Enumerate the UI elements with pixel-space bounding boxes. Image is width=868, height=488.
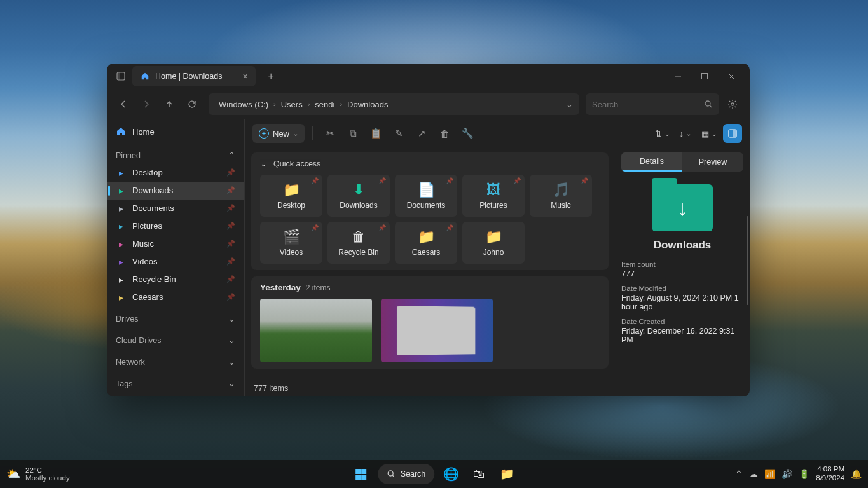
file-thumbnail[interactable] [260, 299, 372, 362]
pin-icon[interactable]: 📌 [226, 275, 235, 283]
details-value: Friday, August 9, 2024 2:10 PM 1 hour ag… [621, 294, 743, 311]
sidebar-item-music[interactable]: ▸ Music 📌 [107, 235, 244, 253]
clock[interactable]: 4:08 PM 8/9/2024 [816, 465, 844, 483]
maximize-button[interactable] [691, 66, 718, 86]
crumb-0[interactable]: Windows (C:) [215, 98, 272, 111]
sidebar-item-caesars[interactable]: ▸ Caesars 📌 [107, 288, 244, 306]
weather-widget[interactable]: ⛅ 22°C Mostly cloudy [6, 466, 70, 482]
chevron-down-icon[interactable]: ⌄ [260, 159, 267, 168]
pin-icon[interactable]: 📌 [226, 168, 235, 177]
sidebar-item-downloads[interactable]: ▸ Downloads 📌 [107, 182, 244, 200]
quick-access-downloads[interactable]: 📌⬇ Downloads [327, 175, 390, 217]
group-button[interactable]: ↕ ⌄ [676, 124, 696, 143]
tray-chevron-icon[interactable]: ⌃ [735, 469, 743, 479]
preview-tab[interactable]: Preview [682, 152, 743, 172]
folder-icon: ▸ [116, 168, 126, 178]
notifications-icon[interactable]: 🔔 [851, 469, 862, 479]
pin-icon[interactable]: 📌 [226, 204, 235, 212]
crumb-3[interactable]: Downloads [343, 98, 392, 111]
rename-button[interactable]: ✎ [389, 124, 408, 143]
wifi-icon[interactable]: 📶 [764, 469, 775, 479]
sidebar-item-videos[interactable]: ▸ Videos 📌 [107, 253, 244, 271]
sort-button[interactable]: ⇅ ⌄ [651, 124, 673, 143]
refresh-button[interactable] [182, 94, 202, 114]
crumb-2[interactable]: sendi [311, 98, 338, 111]
sidebar-home[interactable]: Home [107, 123, 244, 140]
taskbar-app-store[interactable]: 🛍 [467, 463, 490, 485]
file-thumbnail[interactable] [381, 299, 493, 362]
sidebar-section-drives[interactable]: Drives⌄ [107, 310, 244, 328]
close-window-button[interactable] [718, 66, 745, 86]
tab-actions-icon[interactable] [112, 67, 130, 85]
battery-icon[interactable]: 🔋 [799, 469, 809, 479]
pin-icon[interactable]: 📌 [226, 240, 235, 248]
sidebar-item-documents[interactable]: ▸ Documents 📌 [107, 200, 244, 217]
folder-icon: ▸ [116, 257, 126, 267]
new-button[interactable]: + New ⌄ [252, 124, 305, 143]
pin-icon[interactable]: 📌 [311, 224, 319, 231]
paste-button[interactable]: 📋 [366, 124, 385, 143]
breadcrumb[interactable]: Windows (C:)› Users› sendi› Downloads ⌄ [209, 93, 579, 115]
new-tab-button[interactable]: + [263, 68, 279, 85]
search-input[interactable] [592, 100, 704, 109]
taskbar-app-edge[interactable]: 🌐 [439, 463, 462, 485]
svg-rect-10 [733, 130, 736, 137]
settings-button[interactable] [722, 93, 743, 115]
crumb-1[interactable]: Users [277, 98, 307, 111]
layout-button[interactable]: ▦ ⌄ [698, 124, 720, 143]
taskbar: ⛅ 22°C Mostly cloudy Search 🌐 🛍 📁 ⌃ ☁ 📶 … [0, 460, 868, 488]
onedrive-icon[interactable]: ☁ [749, 469, 758, 479]
pin-icon[interactable]: 📌 [226, 186, 235, 194]
pin-icon[interactable]: 📌 [446, 177, 453, 184]
group-count: 2 items [306, 283, 331, 292]
pin-icon[interactable]: 📌 [446, 224, 453, 231]
files-area[interactable]: ⌄ Quick access 📌📁 Desktop📌⬇ Downloads📌📄 … [245, 147, 615, 379]
quick-access-videos[interactable]: 📌🎬 Videos [260, 222, 322, 264]
start-button[interactable] [350, 463, 373, 485]
quick-access-recycle-bin[interactable]: 📌🗑 Recycle Bin [327, 222, 390, 264]
chevron-down-icon[interactable]: ⌄ [566, 100, 573, 109]
pin-icon[interactable]: 📌 [378, 177, 386, 184]
plus-icon: + [259, 128, 269, 139]
copy-button[interactable]: ⧉ [343, 124, 362, 143]
quick-access-caesars[interactable]: 📌📁 Caesars [395, 222, 457, 264]
quick-access-pictures[interactable]: 📌🖼 Pictures [462, 175, 525, 217]
sidebar-pinned-header[interactable]: Pinned ⌃ [107, 147, 244, 164]
quick-access-music[interactable]: 📌🎵 Music [530, 175, 592, 217]
up-button[interactable] [159, 94, 179, 114]
delete-button[interactable]: 🗑 [435, 124, 454, 143]
pin-icon[interactable]: 📌 [513, 177, 521, 184]
details-pane-toggle[interactable] [723, 124, 742, 143]
quick-access-desktop[interactable]: 📌📁 Desktop [260, 175, 322, 217]
taskbar-search[interactable]: Search [378, 464, 435, 484]
volume-icon[interactable]: 🔊 [782, 469, 792, 479]
pin-icon[interactable]: 📌 [311, 177, 319, 184]
share-button[interactable]: ↗ [412, 124, 431, 143]
quick-access-johno[interactable]: 📁 Johno [462, 222, 525, 264]
pin-icon[interactable]: 📌 [226, 222, 235, 230]
details-tab[interactable]: Details [621, 152, 682, 172]
sidebar-section-cloud-drives[interactable]: Cloud Drives⌄ [107, 332, 244, 349]
cut-button[interactable]: ✂ [320, 124, 340, 143]
scrollbar[interactable] [747, 216, 748, 305]
sidebar-item-pictures[interactable]: ▸ Pictures 📌 [107, 217, 244, 235]
taskbar-app-explorer[interactable]: 📁 [495, 463, 518, 485]
pin-icon[interactable]: 📌 [581, 177, 588, 184]
close-tab-icon[interactable]: × [242, 71, 247, 81]
minimize-button[interactable] [665, 66, 691, 86]
pin-icon[interactable]: 📌 [378, 224, 386, 231]
svg-point-6 [705, 101, 710, 106]
pin-icon[interactable]: 📌 [226, 293, 235, 301]
tab-home-downloads[interactable]: Home | Downloads × [132, 66, 256, 86]
quick-access-documents[interactable]: 📌📄 Documents [395, 175, 457, 217]
sidebar-item-desktop[interactable]: ▸ Desktop 📌 [107, 164, 244, 182]
sidebar-section-tags[interactable]: Tags⌄ [107, 375, 244, 393]
search-box[interactable] [586, 93, 719, 115]
forward-button[interactable] [136, 94, 156, 114]
properties-button[interactable]: 🔧 [458, 124, 477, 143]
back-button[interactable] [113, 94, 134, 114]
pin-icon[interactable]: 📌 [226, 257, 235, 266]
sidebar-item-recycle-bin[interactable]: ▸ Recycle Bin 📌 [107, 271, 244, 288]
folder-icon: ▸ [116, 292, 126, 302]
sidebar-section-network[interactable]: Network⌄ [107, 353, 244, 371]
